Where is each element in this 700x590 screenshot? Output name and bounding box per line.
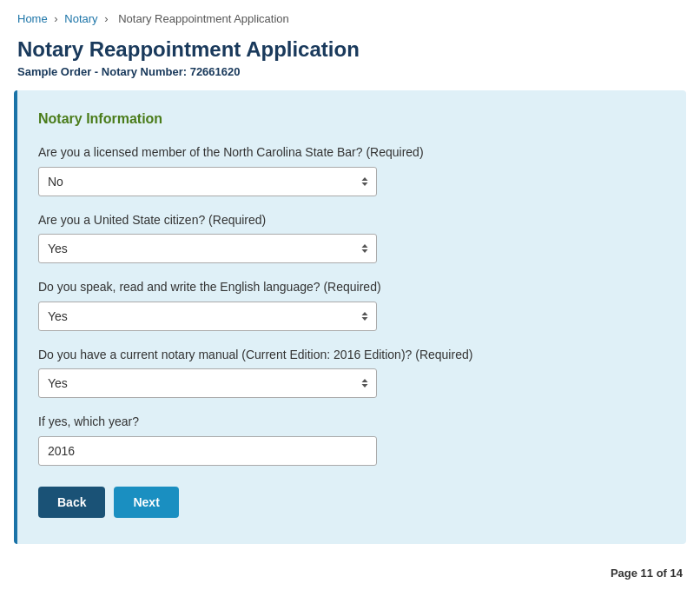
breadcrumb-home[interactable]: Home <box>17 12 48 25</box>
page-title: Notary Reappointment Application <box>17 37 683 62</box>
q4-group: Do you have a current notary manual (Cur… <box>38 347 665 399</box>
q2-label: Are you a United State citizen? (Require… <box>38 212 665 229</box>
button-row: Back Next <box>38 487 665 518</box>
page-header: Notary Reappointment Application Sample … <box>0 32 700 90</box>
q2-select[interactable]: No Yes <box>38 234 377 263</box>
q2-group: Are you a United State citizen? (Require… <box>38 212 665 264</box>
q5-input[interactable] <box>38 436 377 466</box>
q4-label: Do you have a current notary manual (Cur… <box>38 347 665 364</box>
q1-select[interactable]: No Yes <box>38 167 377 196</box>
q3-select[interactable]: No Yes <box>38 302 377 331</box>
q1-group: Are you a licensed member of the North C… <box>38 144 665 196</box>
breadcrumb-notary[interactable]: Notary <box>64 12 97 25</box>
q5-label: If yes, which year? <box>38 414 665 431</box>
next-button[interactable]: Next <box>114 487 178 518</box>
q4-select[interactable]: No Yes <box>38 368 377 398</box>
main-content: Notary Information Are you a licensed me… <box>14 90 686 544</box>
page-indicator: Page 11 of 14 <box>0 558 700 588</box>
breadcrumb-current: Notary Reappointment Application <box>118 12 289 25</box>
breadcrumb: Home › Notary › Notary Reappointment App… <box>0 0 700 32</box>
order-info: Sample Order - Notary Number: 72661620 <box>17 65 683 78</box>
page-indicator-text: Page 11 of 14 <box>611 567 683 580</box>
q1-label: Are you a licensed member of the North C… <box>38 144 665 162</box>
q3-label: Do you speak, read and write the English… <box>38 279 665 296</box>
section-title: Notary Information <box>38 111 665 127</box>
q3-group: Do you speak, read and write the English… <box>38 279 665 331</box>
back-button[interactable]: Back <box>38 487 105 518</box>
q5-group: If yes, which year? <box>38 414 665 466</box>
